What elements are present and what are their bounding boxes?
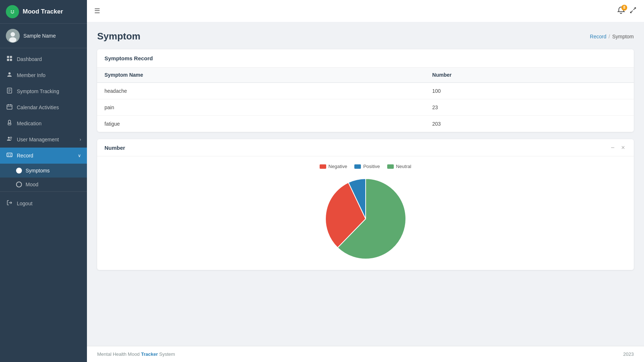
symptoms-table: Symptom Name Number headache 100 pain 23… [97,68,634,132]
sub-dot-icon [16,168,22,174]
symptom-tracking-icon [6,88,13,95]
table-row: pain 23 [97,99,634,116]
footer-year: 2023 [623,351,634,357]
svg-point-22 [10,137,12,138]
sidebar-item-dashboard[interactable]: Dashboard [0,51,87,67]
chevron-right-icon: › [80,137,81,142]
legend-item-negative: Negative [320,164,347,169]
main-content: ☰ 8 Symptom [87,0,644,362]
svg-rect-7 [10,56,12,58]
col-symptom-name: Symptom Name [97,68,425,83]
hamburger-icon[interactable]: ☰ [94,7,100,15]
sidebar-item-label: Medication [17,121,81,126]
svg-rect-6 [7,56,9,58]
svg-point-1 [11,11,12,12]
svg-rect-9 [10,59,12,61]
symptom-name-cell: fatigue [97,116,425,132]
close-button[interactable]: × [620,144,626,151]
sidebar-footer: Logout [0,191,87,217]
sidebar-brand: Mood Tracker [0,0,87,24]
sidebar-item-record[interactable]: Record ∨ [0,148,87,164]
svg-point-5 [9,37,16,42]
breadcrumb: Record / Symptom [590,34,634,39]
sidebar-sub-label: Mood [26,182,38,187]
table-row: headache 100 [97,83,634,99]
brand-icon [6,5,19,18]
sidebar-sub-item-mood[interactable]: Mood [0,178,87,191]
footer-text: Mental Health Mood Tracker System [97,351,175,357]
legend-color-neutral [387,164,394,169]
topbar-right: 8 [617,6,637,16]
symptom-name-cell: headache [97,83,425,99]
sidebar-item-member-info[interactable]: Member Info [0,67,87,83]
notification-badge: 8 [621,5,627,11]
notification-button[interactable]: 8 [617,6,625,16]
dashboard-icon [6,56,13,63]
brand-title: Mood Tracker [23,8,63,15]
page-content: Symptom Record / Symptom Symptoms Record… [87,22,644,346]
sidebar-sub-item-symptoms[interactable]: Symptoms [0,164,87,178]
symptom-number-cell: 23 [425,99,634,116]
symptom-number-cell: 203 [425,116,634,132]
col-number: Number [425,68,634,83]
svg-point-10 [8,72,11,75]
avatar [6,29,20,43]
legend-item-positive: Positive [354,164,380,169]
svg-rect-8 [7,59,9,61]
footer: Mental Health Mood Tracker System 2023 [87,346,644,362]
chart-container: Negative Positive Neutral [97,156,634,270]
legend-color-negative [320,164,326,169]
legend-label-positive: Positive [363,164,380,169]
breadcrumb-current: Symptom [612,34,634,39]
symptoms-record-card: Symptoms Record Symptom Name Number head… [97,49,634,132]
record-icon [6,152,13,159]
legend-label-negative: Negative [328,164,347,169]
symptoms-record-header: Symptoms Record [97,49,634,68]
sidebar-item-label: Member Info [17,72,81,78]
svg-rect-23 [7,153,12,157]
symptom-number-cell: 100 [425,83,634,99]
table-row: fatigue 203 [97,116,634,132]
svg-rect-20 [8,123,11,125]
legend-item-neutral: Neutral [387,164,411,169]
footer-left: Mental Health Mood [97,351,141,357]
svg-point-4 [11,32,15,37]
logout-label: Logout [17,201,81,206]
medication-icon [6,120,13,127]
sub-dot-icon [16,182,22,187]
expand-button[interactable] [629,7,637,16]
user-name: Sample Name [23,33,56,39]
topbar: ☰ 8 [87,0,644,22]
chart-header: Number − × [97,139,634,156]
sidebar-item-user-management[interactable]: User Management › [0,132,87,148]
user-management-icon [6,136,13,143]
sidebar: Mood Tracker Sample Name Dashboard [0,0,87,362]
sidebar-item-calendar[interactable]: Calendar Activities [0,99,87,115]
sidebar-item-label: Dashboard [17,56,81,62]
footer-brand: Tracker [141,351,158,357]
chart-actions: − × [609,144,626,151]
topbar-left: ☰ [94,7,100,15]
sidebar-item-label: Calendar Activities [17,104,81,110]
sidebar-item-label: User Management [17,137,80,142]
breadcrumb-separator: / [609,34,610,39]
sidebar-item-symptom-tracking[interactable]: Symptom Tracking [0,83,87,99]
footer-right: System [158,351,175,357]
page-title: Symptom [97,31,140,42]
sidebar-item-label: Symptom Tracking [17,88,81,94]
pie-chart [322,175,409,263]
svg-point-2 [13,11,14,12]
sidebar-item-logout[interactable]: Logout [0,195,87,212]
sidebar-item-medication[interactable]: Medication [0,115,87,132]
minimize-button[interactable]: − [609,144,616,151]
symptom-name-cell: pain [97,99,425,116]
legend-label-neutral: Neutral [396,164,411,169]
page-header: Symptom Record / Symptom [97,31,634,42]
legend-color-positive [354,164,361,169]
member-icon [6,72,13,79]
sidebar-sub-label: Symptoms [26,168,50,174]
svg-point-21 [8,137,10,139]
breadcrumb-link-record[interactable]: Record [590,34,606,39]
chart-title: Number [104,145,125,151]
svg-point-0 [9,8,16,15]
